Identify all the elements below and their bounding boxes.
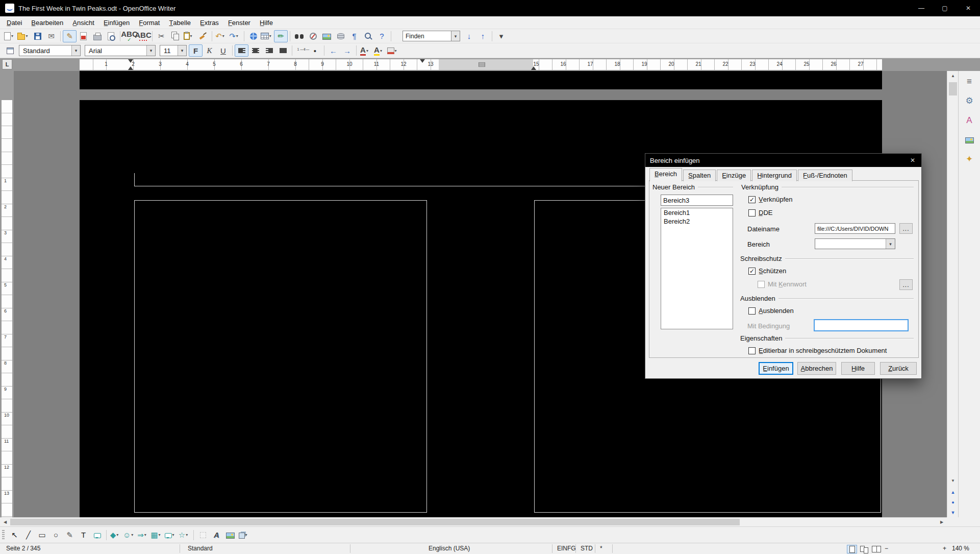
scroll-down-button[interactable]: ▼: [947, 476, 959, 486]
paste-dropdown-icon[interactable]: ▾: [190, 34, 195, 38]
menu-ansicht[interactable]: A̲nsicht: [68, 17, 99, 28]
paste-button[interactable]: ▾: [182, 30, 196, 42]
vertical-ruler[interactable]: 12345678910111213: [0, 71, 14, 517]
format-paintbrush-button[interactable]: [196, 30, 210, 42]
symbol-shapes-dropdown-icon[interactable]: ▾: [131, 533, 136, 537]
menu-bearbeiten[interactable]: B̲earbeiten: [27, 17, 68, 28]
rectangle-button[interactable]: ▭: [35, 529, 49, 541]
zoom-button[interactable]: [361, 30, 375, 42]
dde-checkbox[interactable]: D̲DE: [748, 209, 772, 216]
section-name-input[interactable]: [661, 195, 733, 206]
close-button[interactable]: ✕: [957, 0, 980, 16]
sidebar-navigator-button[interactable]: ✦: [961, 151, 977, 167]
hide-checkbox[interactable]: A̲usblenden: [748, 307, 794, 315]
link-checkbox[interactable]: V̲erknüpfen: [748, 196, 793, 203]
symbol-shapes-button[interactable]: ☺▾: [122, 529, 136, 541]
extrusion-button[interactable]: ▾: [237, 529, 251, 541]
section-select[interactable]: ▾: [815, 238, 895, 249]
sidebar-properties-button[interactable]: ⚙: [961, 92, 977, 109]
help-button[interactable]: H̲ilfe: [841, 362, 875, 375]
open-document-button[interactable]: ▾: [17, 30, 31, 42]
hide-checkbox-box[interactable]: [748, 307, 756, 315]
edit-file-button[interactable]: ✎: [63, 30, 77, 42]
help-button[interactable]: ?: [375, 30, 389, 42]
insert-table-button[interactable]: ▾: [260, 30, 274, 42]
scroll-left-button[interactable]: ◀: [0, 518, 10, 526]
find-next-button[interactable]: ↓: [462, 30, 476, 42]
bullet-list-button[interactable]: •: [308, 44, 322, 57]
find-replace-button[interactable]: [292, 30, 306, 42]
flowchart-dropdown-icon[interactable]: ▾: [159, 533, 163, 537]
cut-button[interactable]: ✂: [155, 30, 168, 42]
extrusion-dropdown-icon[interactable]: ▾: [245, 533, 250, 537]
sidebar-toggle-button[interactable]: ≡: [961, 73, 977, 89]
paragraph-style-combo[interactable]: Standard ▾: [19, 45, 81, 56]
ellipse-button[interactable]: ○: [49, 529, 63, 541]
horizontal-scroll-thumb[interactable]: [10, 519, 740, 525]
copy-button[interactable]: [168, 30, 182, 42]
password-browse-button[interactable]: ...: [899, 279, 913, 290]
decrease-indent-button[interactable]: ←: [326, 44, 340, 57]
insert-button[interactable]: E̲infügen: [759, 362, 793, 375]
export-pdf-button[interactable]: [77, 30, 90, 42]
left-indent-marker[interactable]: [128, 66, 133, 70]
stars-button[interactable]: ☆▾: [178, 529, 191, 541]
toolbar-grip[interactable]: [2, 530, 5, 540]
flowchart-button[interactable]: ▦▾: [150, 529, 164, 541]
insert-picture-button[interactable]: [223, 529, 237, 541]
previous-page-button[interactable]: ▲: [947, 487, 959, 497]
menu-einfuegen[interactable]: E̲infügen: [99, 17, 134, 28]
bold-button[interactable]: F: [189, 44, 203, 57]
undo-button[interactable]: ↶▾: [214, 30, 228, 42]
text-box-button[interactable]: T: [77, 529, 90, 541]
tab-stop-selector[interactable]: L: [2, 59, 12, 69]
status-page-style[interactable]: Standard: [188, 545, 213, 552]
background-color-button[interactable]: ▾: [386, 44, 400, 57]
horizontal-ruler[interactable]: L 12345678910111213151617181920212223242…: [0, 58, 980, 71]
font-size-combo[interactable]: 11 ▾: [160, 45, 187, 56]
auto-spellcheck-button[interactable]: ABC: [136, 30, 150, 42]
tab-spalten[interactable]: S̲palten: [683, 170, 716, 181]
new-document-dropdown-icon[interactable]: ▾: [11, 34, 16, 38]
new-document-button[interactable]: ▾: [3, 30, 17, 42]
edit-points-button[interactable]: [196, 529, 210, 541]
restore-button[interactable]: ▢: [933, 0, 957, 16]
dde-checkbox-box[interactable]: [748, 209, 756, 216]
status-insert-mode[interactable]: EINFG: [557, 545, 576, 552]
gallery-button[interactable]: [320, 30, 334, 42]
sidebar-styles-button[interactable]: A: [961, 112, 977, 128]
align-right-button[interactable]: [262, 44, 276, 57]
undo-dropdown-icon[interactable]: ▾: [222, 34, 227, 38]
freeform-line-button[interactable]: ✎: [63, 529, 77, 541]
draw-functions-button[interactable]: ✏: [274, 30, 288, 42]
section-list-item[interactable]: Bereich2: [661, 217, 733, 226]
print-button[interactable]: [90, 30, 104, 42]
scroll-right-button[interactable]: ▶: [937, 518, 947, 526]
callout-button[interactable]: [90, 529, 104, 541]
page-preview-button[interactable]: [104, 30, 118, 42]
tab-hintergrund[interactable]: H̲intergrund: [752, 170, 797, 181]
menu-fenster[interactable]: F̲enster: [223, 17, 255, 28]
cancel-button[interactable]: A̲bbrechen: [797, 362, 836, 375]
align-left-button[interactable]: [235, 44, 248, 57]
font-name-combo[interactable]: Arial ▾: [85, 45, 156, 56]
minimize-button[interactable]: —: [910, 0, 933, 16]
view-multi-page-button[interactable]: [859, 545, 869, 553]
save-document-button[interactable]: [31, 30, 44, 42]
view-single-page-button[interactable]: [847, 545, 857, 553]
align-justify-button[interactable]: [276, 44, 290, 57]
navigator-button[interactable]: [306, 30, 320, 42]
highlighting-dropdown-icon[interactable]: ▾: [380, 49, 385, 53]
vertical-scroll-thumb[interactable]: [949, 82, 957, 95]
redo-button[interactable]: ↷▾: [228, 30, 242, 42]
filename-browse-button[interactable]: ...: [899, 223, 913, 234]
font-color-dropdown-icon[interactable]: ▾: [366, 49, 371, 53]
block-arrows-dropdown-icon[interactable]: ▾: [144, 533, 149, 537]
tab-einzuege[interactable]: E̲inzüge: [717, 170, 751, 181]
menu-tabelle[interactable]: T̲abelle: [164, 17, 195, 28]
highlighting-button[interactable]: A▾: [372, 44, 386, 57]
font-color-button[interactable]: A▾: [359, 44, 372, 57]
protect-checkbox[interactable]: S̲chützen: [748, 267, 786, 275]
font-size-dropdown-icon[interactable]: ▾: [178, 45, 186, 56]
horizontal-scrollbar[interactable]: ◀ ▶: [0, 517, 947, 526]
